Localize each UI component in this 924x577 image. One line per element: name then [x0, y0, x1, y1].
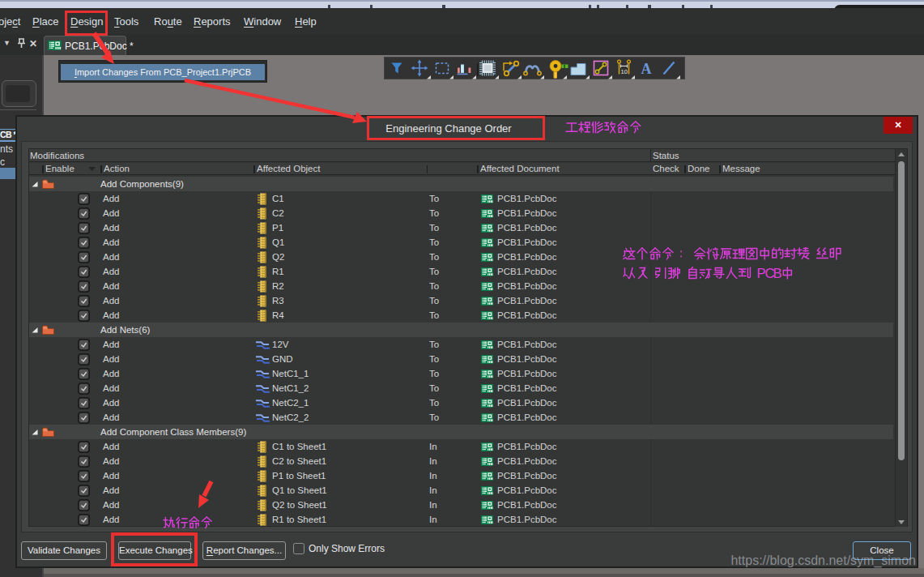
svg-text:B: B	[773, 267, 781, 281]
